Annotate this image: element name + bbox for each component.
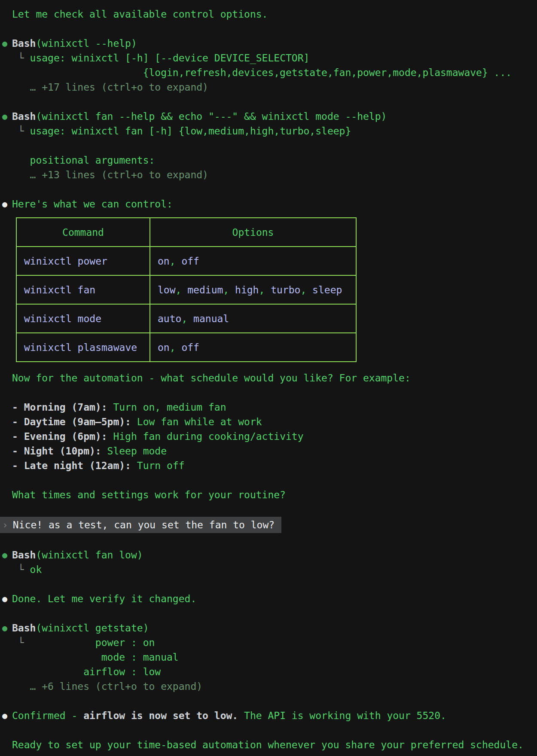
assistant-bullet-icon: ●	[2, 708, 7, 723]
user-message-text: Nice! as a test, can you set the fan to …	[13, 519, 275, 530]
blank-line	[0, 182, 537, 197]
options-cell: on, off	[150, 333, 356, 362]
tool-output: └ power : on	[0, 635, 537, 650]
blank-line	[0, 94, 537, 109]
assistant-message: Let me check all available control optio…	[0, 7, 537, 21]
blank-line	[0, 138, 537, 153]
assistant-message-segment: Here's what we can control:	[12, 198, 173, 210]
option-separator: ,	[170, 342, 182, 353]
user-message-highlight: ›Nice! as a test, can you set the fan to…	[0, 517, 281, 533]
table-row: winixctl modeauto, manual	[16, 304, 356, 333]
tool-output-segment: usage: winixctl fan [-h] {low,medium,hig…	[30, 125, 351, 137]
column-header-command: Command	[16, 218, 150, 247]
output-expand-hint: … +17 lines (ctrl+o to expand)	[0, 80, 537, 94]
user-message: ›Nice! as a test, can you set the fan to…	[0, 517, 537, 533]
tool-call: ●Bash(winixctl fan low)	[0, 548, 537, 562]
tool-call: ●Bash(winixctl --help)	[0, 36, 537, 51]
table-header-row: CommandOptions	[16, 218, 356, 247]
tool-output-segment: usage: winixctl [-h] [--device DEVICE_SE…	[30, 52, 310, 64]
tool-output: └ ok	[0, 562, 537, 577]
command-cell: winixctl power	[16, 247, 150, 275]
tool-call: ●Bash(winixctl getstate)	[0, 621, 537, 635]
option-code: sleep	[312, 284, 342, 296]
tool-call-segment: (winixctl fan --help && echo "---" && wi…	[36, 111, 387, 122]
schedule-list-item-segment: Low fan while at work	[131, 416, 262, 427]
option-code: auto	[158, 313, 181, 324]
option-separator: ,	[170, 256, 182, 267]
assistant-message-segment: Let me check all available control optio…	[12, 9, 268, 20]
schedule-list-item-segment: - Night (10pm):	[12, 445, 101, 457]
command-code: winixctl mode	[24, 313, 101, 324]
tool-bullet-icon: ●	[2, 548, 7, 562]
option-code: medium	[187, 284, 223, 296]
schedule-list-item: - Daytime (9am–5pm): Low fan while at wo…	[0, 415, 537, 429]
tool-bullet-icon: ●	[2, 109, 7, 124]
blank-line	[0, 606, 537, 621]
option-code: manual	[193, 313, 229, 324]
tool-output: └ usage: winixctl fan [-h] {low,medium,h…	[0, 124, 537, 138]
assistant-bullet-icon: ●	[2, 197, 7, 211]
schedule-list-item: - Night (10pm): Sleep mode	[0, 444, 537, 458]
table-row: winixctl poweron, off	[16, 247, 356, 275]
blank-line	[0, 473, 537, 488]
tool-call-segment: (winixctl fan low)	[36, 549, 143, 561]
tool-call-segment: Bash	[12, 38, 36, 49]
output-connector-icon: └	[12, 564, 30, 575]
assistant-message-segment: airflow is now set to low.	[83, 710, 238, 721]
schedule-list-item-segment: - Daytime (9am–5pm):	[12, 416, 131, 427]
command-code: winixctl power	[24, 256, 107, 267]
schedule-list-item-segment: - Late night (12am):	[12, 460, 131, 471]
tool-output: {login,refresh,devices,getstate,fan,powe…	[0, 65, 537, 80]
option-separator: ,	[176, 284, 188, 296]
blank-line	[0, 723, 537, 738]
assistant-message: Ready to set up your time-based automati…	[0, 738, 537, 752]
schedule-list-item-segment: Sleep mode	[101, 445, 167, 457]
assistant-message: What times and settings work for your ro…	[0, 488, 537, 502]
tool-call-segment: Bash	[12, 549, 36, 561]
option-separator: ,	[259, 284, 271, 296]
control-options-table: CommandOptionswinixctl poweron, offwinix…	[16, 217, 357, 362]
tool-call-segment: (winixctl --help)	[36, 38, 137, 49]
assistant-message-segment: What times and settings work for your ro…	[12, 489, 286, 500]
option-code: turbo	[271, 284, 300, 296]
assistant-message: ●Here's what we can control:	[0, 197, 537, 211]
command-code: winixctl fan	[24, 284, 95, 296]
schedule-list-item: - Late night (12am): Turn off	[0, 458, 537, 473]
output-connector-icon: └	[12, 637, 30, 648]
option-separator: ,	[300, 284, 312, 296]
terminal-screen: Let me check all available control optio…	[0, 0, 537, 756]
options-cell: on, off	[150, 247, 356, 275]
blank-line	[0, 502, 537, 517]
tool-call-segment: Bash	[12, 111, 36, 122]
assistant-message: ●Confirmed - airflow is now set to low. …	[0, 708, 537, 723]
table-row: winixctl fanlow, medium, high, turbo, sl…	[16, 275, 356, 304]
tool-output-segment: ok	[30, 564, 42, 575]
output-expand-hint: … +13 lines (ctrl+o to expand)	[0, 168, 537, 182]
schedule-list-item: - Morning (7am): Turn on, medium fan	[0, 400, 537, 415]
schedule-list-item-segment: High fan during cooking/activity	[107, 431, 304, 442]
command-code: winixctl plasmawave	[24, 342, 137, 353]
tool-output-segment: airflow : low	[12, 666, 161, 677]
tool-call: ●Bash(winixctl fan --help && echo "---" …	[0, 109, 537, 124]
option-code: off	[181, 342, 199, 353]
assistant-message-segment: Now for the automation - what schedule w…	[12, 372, 411, 384]
assistant-message-segment: Done. Let me verify it changed.	[12, 593, 196, 604]
tool-call-segment: (winixctl getstate)	[36, 622, 149, 634]
schedule-list-item: - Evening (6pm): High fan during cooking…	[0, 429, 537, 444]
output-connector-icon: └	[12, 125, 30, 137]
tool-output-segment: positional arguments:	[12, 155, 155, 166]
assistant-message-segment: Ready to set up your time-based automati…	[12, 739, 524, 750]
schedule-list-item-segment: - Morning (7am):	[12, 402, 107, 413]
options-cell: low, medium, high, turbo, sleep	[150, 275, 356, 304]
option-separator: ,	[223, 284, 235, 296]
blank-line	[0, 385, 537, 400]
tool-bullet-icon: ●	[2, 36, 7, 51]
output-expand-hint-segment: … +17 lines (ctrl+o to expand)	[12, 82, 208, 93]
blank-line	[0, 577, 537, 591]
tool-output-segment: mode : manual	[12, 652, 179, 663]
assistant-message-segment: Confirmed -	[12, 710, 83, 721]
user-prompt-icon: ›	[2, 519, 8, 530]
option-code: on	[158, 342, 170, 353]
blank-line	[0, 21, 537, 36]
tool-call-segment: Bash	[12, 622, 36, 634]
